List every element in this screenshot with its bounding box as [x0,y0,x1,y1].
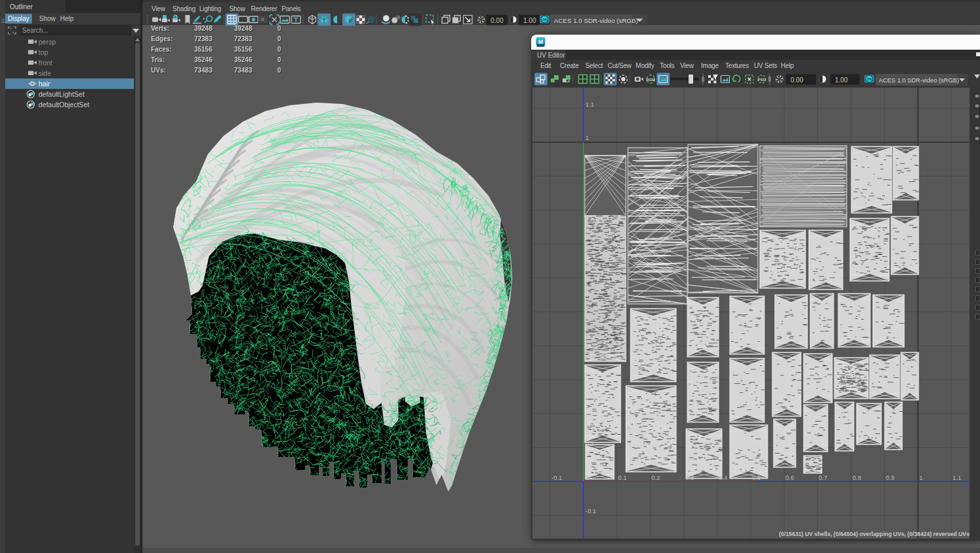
svg-text:defaultObjectSet: defaultObjectSet [39,101,90,109]
svg-text:ON: ON [867,78,872,81]
svg-text:0.8: 0.8 [853,474,861,481]
svg-text:73483: 73483 [194,67,212,74]
svg-text:M: M [538,39,544,45]
svg-text:1: 1 [919,474,923,481]
svg-text:1.00: 1.00 [523,17,536,24]
svg-text:35246: 35246 [194,56,212,63]
svg-text:0: 0 [277,35,281,42]
svg-text:front: front [39,59,52,67]
svg-text:ACES 1.0 SDR-video (sRGB): ACES 1.0 SDR-video (sRGB) [879,76,959,84]
svg-text:hair: hair [39,80,50,88]
svg-text:top: top [39,48,48,56]
svg-text:Faces:: Faces: [151,46,172,53]
svg-text:0.6: 0.6 [785,474,794,481]
svg-text:0.1: 0.1 [618,474,627,481]
svg-text:ON: ON [542,18,547,22]
svg-text:0: 0 [277,67,281,74]
svg-text:defaultLightSet: defaultLightSet [39,90,84,98]
svg-text:0: 0 [277,25,281,32]
svg-text:Edges:: Edges: [151,35,172,42]
svg-text:0: 0 [277,46,281,53]
svg-text:73483: 73483 [234,67,252,74]
svg-text:1.00: 1.00 [835,76,848,84]
svg-text:39248: 39248 [234,25,252,32]
svg-text:0.7: 0.7 [819,474,827,481]
svg-text:72383: 72383 [194,35,212,42]
svg-text:0: 0 [277,56,281,63]
svg-text:UVs:: UVs: [151,67,166,74]
svg-text:side: side [39,69,51,77]
svg-text:0.2: 0.2 [651,474,660,481]
svg-text:0.00: 0.00 [491,17,504,24]
svg-text:0.3: 0.3 [685,474,694,481]
svg-text:39248: 39248 [194,25,212,32]
svg-text:persp: persp [39,38,56,46]
svg-text:PSD: PSD [758,78,766,82]
svg-text:RGB: RGB [646,78,655,82]
svg-text:ACES 1.0 SDR-video (sRGB): ACES 1.0 SDR-video (sRGB) [554,17,638,24]
svg-text:-0.1: -0.1 [551,474,562,481]
svg-text:-0.1: -0.1 [585,507,596,514]
svg-text:Tris:: Tris: [151,56,165,63]
svg-text:0.9: 0.9 [886,474,894,481]
svg-text:0: 0 [585,474,588,481]
svg-text:0.00: 0.00 [791,76,804,84]
svg-text:Verts:: Verts: [151,25,169,32]
svg-text:0.5: 0.5 [752,474,760,481]
svg-text:1.1: 1.1 [585,101,594,108]
svg-text:35156: 35156 [234,46,252,53]
svg-text:35246: 35246 [234,56,252,63]
svg-text:35156: 35156 [194,46,212,53]
svg-text:1: 1 [585,134,589,141]
svg-text:0.4: 0.4 [719,474,727,481]
svg-text:1.1: 1.1 [953,474,961,481]
svg-text:72383: 72383 [234,35,252,42]
